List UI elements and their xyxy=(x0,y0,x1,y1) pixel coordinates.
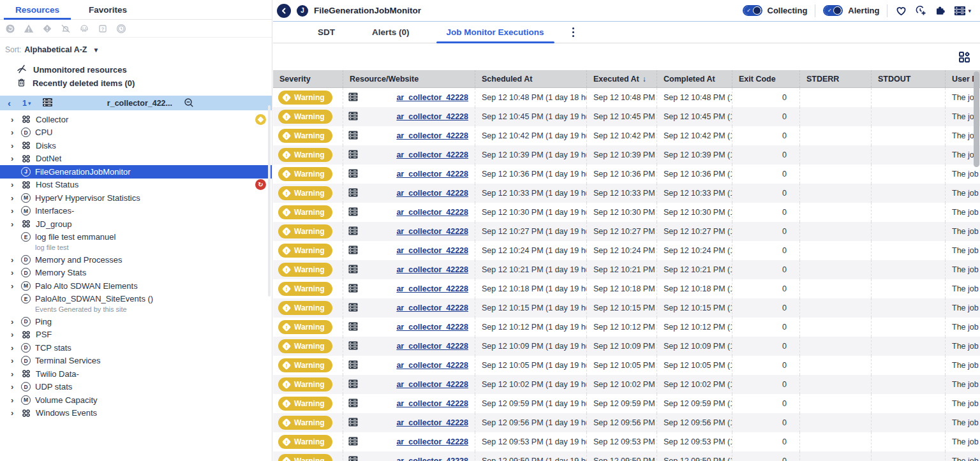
zoom-out-icon[interactable] xyxy=(184,98,195,110)
sidebar-scrollbar[interactable] xyxy=(268,105,271,296)
tree-row[interactable]: › DotNet xyxy=(0,152,272,166)
col-header-completed[interactable]: Completed At xyxy=(657,70,732,87)
resource-link[interactable]: ar_collector_42228 xyxy=(396,93,468,102)
resource-link[interactable]: ar_collector_42228 xyxy=(396,131,468,140)
chevron-down-icon[interactable]: ▼ xyxy=(93,47,100,54)
sdt-clock-icon[interactable] xyxy=(116,24,126,34)
sort-desc-arrow-icon[interactable]: ↓ xyxy=(642,75,646,84)
resource-link[interactable]: ar_collector_42228 xyxy=(396,150,468,159)
expand-chevron-icon[interactable]: › xyxy=(11,356,19,365)
toggle-switch-on[interactable] xyxy=(743,5,762,16)
warning-severity-badge[interactable]: ! Warning xyxy=(278,301,332,315)
tree-row[interactable]: › J FileGenerationJobMonitor xyxy=(0,165,272,179)
table-settings-grid-icon[interactable] xyxy=(958,51,970,66)
warning-severity-badge[interactable]: ! Warning xyxy=(278,167,332,181)
expand-chevron-icon[interactable]: › xyxy=(11,383,19,391)
tab-sdt[interactable]: SDT xyxy=(304,22,349,43)
collapse-chevron-left-icon[interactable]: ‹ xyxy=(8,98,11,108)
warning-severity-badge[interactable]: ! Warning xyxy=(278,129,332,143)
resource-link[interactable]: ar_collector_42228 xyxy=(396,304,468,312)
expand-chevron-icon[interactable]: › xyxy=(11,396,19,404)
expand-chevron-icon[interactable]: › xyxy=(11,220,19,228)
resource-link[interactable]: ar_collector_42228 xyxy=(396,284,468,293)
critical-alert-icon[interactable] xyxy=(24,24,34,34)
unmonitored-resources-link[interactable]: Unmonitored resources xyxy=(0,63,272,77)
more-options-kebab-icon[interactable] xyxy=(568,24,579,41)
resource-page-number[interactable]: 1 xyxy=(22,99,27,108)
tree-row[interactable]: › D Memory Stats xyxy=(0,267,272,280)
col-header-exit-code[interactable]: Exit Code xyxy=(732,70,800,87)
resource-link[interactable]: ar_collector_42228 xyxy=(396,265,468,274)
resource-link[interactable]: ar_collector_42228 xyxy=(396,342,468,351)
selected-resource-name[interactable]: r_collector_422... xyxy=(102,99,172,108)
col-header-executed[interactable]: Executed At↓ xyxy=(587,70,657,87)
resource-link[interactable]: ar_collector_42228 xyxy=(396,418,468,427)
warning-severity-badge[interactable]: ! Warning xyxy=(278,339,332,353)
tree-row[interactable]: › M Palo Alto SDWAN Elements xyxy=(0,279,272,293)
table-scrollbar-thumb[interactable] xyxy=(974,71,979,167)
warning-severity-badge[interactable]: ! Warning xyxy=(278,263,332,277)
tree-row[interactable]: › Collector xyxy=(0,113,272,126)
tree-row[interactable]: › M HyperV Hypervisor Statistics xyxy=(0,191,272,205)
chevron-down-icon[interactable]: ▾ xyxy=(28,100,31,106)
tab-job-monitor-executions[interactable]: Job Monitor Executions xyxy=(433,22,558,43)
col-header-resource[interactable]: Resource/Website xyxy=(343,70,475,87)
tree-row[interactable]: › Windows Events xyxy=(0,407,272,420)
tab-resources[interactable]: Resources xyxy=(11,0,63,20)
tree-row[interactable]: › M Volume Capacity xyxy=(0,393,272,407)
warning-severity-badge[interactable]: ! Warning xyxy=(278,148,332,162)
alerting-toggle[interactable]: Alerting xyxy=(823,5,879,16)
tree-row[interactable]: › D Memory and Processes xyxy=(0,253,272,267)
tab-alerts[interactable]: Alerts (0) xyxy=(358,22,424,43)
error-alert-icon[interactable] xyxy=(42,24,52,34)
resource-link[interactable]: ar_collector_42228 xyxy=(396,208,468,217)
warning-severity-badge[interactable]: ! Warning xyxy=(278,416,332,430)
expand-chevron-icon[interactable]: › xyxy=(11,370,19,378)
warning-severity-badge[interactable]: ! Warning xyxy=(278,320,332,334)
warning-severity-badge[interactable]: ! Warning xyxy=(278,397,332,411)
col-header-stderr[interactable]: STDERR xyxy=(800,70,872,87)
collecting-toggle[interactable]: Collecting xyxy=(743,5,808,16)
warning-severity-badge[interactable]: ! Warning xyxy=(278,435,332,449)
warning-severity-badge[interactable]: ! Warning xyxy=(278,358,332,372)
favorite-heart-icon[interactable] xyxy=(895,5,907,16)
expand-chevron-icon[interactable]: › xyxy=(11,115,19,124)
dead-status-icon[interactable] xyxy=(5,24,15,34)
back-button[interactable] xyxy=(277,4,291,18)
tab-favorites[interactable]: Favorites xyxy=(85,0,131,20)
tree-row[interactable]: › Twilio Data- xyxy=(0,367,272,381)
resource-link[interactable]: ar_collector_42228 xyxy=(396,170,468,179)
expand-chevron-icon[interactable]: › xyxy=(11,318,19,326)
tree-row[interactable]: › E PaloAlto_SDWAN_SiteEvents () xyxy=(0,293,272,306)
unknown-status-icon[interactable]: ? xyxy=(98,24,108,34)
resource-link[interactable]: ar_collector_42228 xyxy=(396,457,468,461)
expand-chevron-icon[interactable]: › xyxy=(11,268,19,277)
expand-chevron-icon[interactable]: › xyxy=(11,194,19,202)
warning-severity-badge[interactable]: ! Warning xyxy=(278,224,332,238)
resource-link[interactable]: ar_collector_42228 xyxy=(396,323,468,332)
sort-value-dropdown[interactable]: Alphabetical A-Z xyxy=(24,45,87,54)
tree-row[interactable]: › E log file test emmanuel xyxy=(0,231,272,244)
warning-severity-badge[interactable]: ! Warning xyxy=(278,282,332,296)
warning-severity-badge[interactable]: ! Warning xyxy=(278,244,332,258)
expand-chevron-icon[interactable]: › xyxy=(11,409,19,417)
dead-host-icon[interactable] xyxy=(79,24,89,34)
tree-row[interactable]: › JD_group xyxy=(0,217,272,231)
expand-chevron-icon[interactable]: › xyxy=(11,256,19,264)
tree-row[interactable]: › D UDP stats xyxy=(0,381,272,394)
expand-chevron-icon[interactable]: › xyxy=(11,330,19,339)
expand-chevron-icon[interactable]: › xyxy=(11,128,19,136)
recently-deleted-link[interactable]: Recently deleted items (0) xyxy=(0,77,272,90)
expand-chevron-icon[interactable]: › xyxy=(11,142,19,150)
warning-severity-badge[interactable]: ! Warning xyxy=(278,91,332,105)
integrations-puzzle-icon[interactable] xyxy=(935,5,946,17)
expand-chevron-icon[interactable]: › xyxy=(11,282,19,290)
expand-chevron-icon[interactable]: › xyxy=(11,180,19,189)
warning-severity-badge[interactable]: ! Warning xyxy=(278,205,332,219)
chevron-down-icon[interactable]: ▾ xyxy=(968,8,971,14)
col-header-stdout[interactable]: STDOUT xyxy=(872,70,946,87)
resource-link[interactable]: ar_collector_42228 xyxy=(396,361,468,370)
warning-severity-badge[interactable]: ! Warning xyxy=(278,454,332,461)
warning-severity-badge[interactable]: ! Warning xyxy=(278,377,332,391)
col-header-scheduled[interactable]: Scheduled At xyxy=(475,70,587,87)
